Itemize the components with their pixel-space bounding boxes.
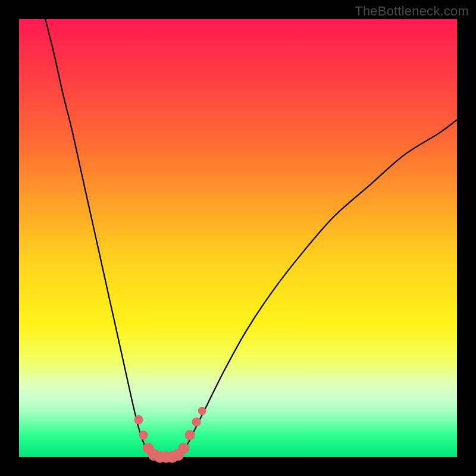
chart-marker [198,407,206,415]
chart-marker [185,430,195,440]
chart-markers [134,407,206,463]
chart-marker [139,430,148,439]
chart-plot-area [19,19,457,457]
chart-marker [178,443,189,454]
chart-marker [134,415,143,424]
attribution-text: TheBottleneck.com [355,4,469,19]
chart-stage: TheBottleneck.com [0,0,476,476]
chart-curve-layer [19,19,457,457]
bottleneck-curve [45,19,457,458]
chart-marker [192,417,201,426]
